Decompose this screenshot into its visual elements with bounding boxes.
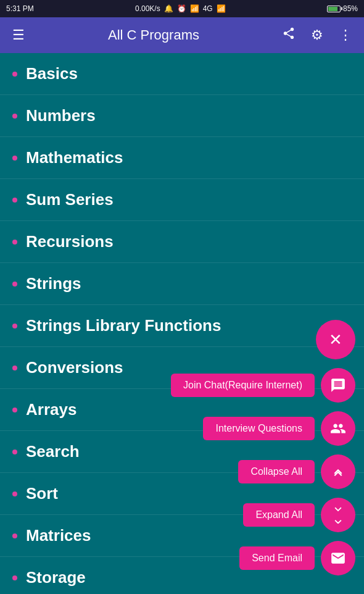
fab-row-expand: Expand All [243,498,355,532]
menu-item-text: Matrices [26,526,91,545]
status-time: 5:31 PM [6,4,34,13]
menu-item-text: Basics [26,64,78,83]
app-bar: ☰ All C Programs ⚙ ⋮ [0,17,364,53]
menu-bullet [12,282,17,287]
battery-icon [327,6,341,12]
interview-questions-button[interactable] [321,411,355,446]
menu-item-text: Mathematics [26,148,123,167]
fab-row-email: Send Email [239,541,355,575]
interview-questions-label[interactable]: Interview Questions [203,417,315,440]
menu-item[interactable]: Numbers [0,95,364,137]
menu-item-text: Sum Series [26,190,114,209]
fab-row-interview: Interview Questions [203,411,355,446]
menu-bullet [12,575,17,580]
settings-icon[interactable]: ⚙ [307,27,327,43]
menu-item-text: Sort [26,484,58,503]
menu-item-text: Arrays [26,400,77,419]
menu-bullet [12,198,17,203]
expand-all-button[interactable] [321,498,355,532]
alarm-icon: ⏰ [177,4,186,13]
expand-all-label[interactable]: Expand All [243,503,315,527]
signal2-icon: 📶 [217,4,226,13]
collapse-all-label[interactable]: Collapse All [238,460,315,483]
menu-item-text: Recursions [26,232,114,251]
battery-percent: 85% [343,4,358,13]
menu-item-text: Search [26,442,80,461]
menu-item[interactable]: Mathematics [0,137,364,179]
menu-item[interactable]: Basics [0,53,364,95]
join-chat-label[interactable]: Join Chat(Require Internet) [171,374,315,397]
menu-bullet [12,240,17,245]
menu-bullet [12,324,17,328]
send-email-button[interactable] [321,541,355,575]
menu-bullet [12,156,17,161]
menu-bullet [12,114,17,119]
fab-row-close: ✕ [316,320,355,359]
status-right: 85% [327,4,358,13]
menu-item-text: Conversions [26,358,123,377]
menu-bullet [12,492,17,496]
menu-item[interactable]: Strings [0,263,364,305]
menu-item-text: Strings [26,274,81,293]
bell-icon: 🔔 [164,4,173,13]
signal-icon: 📶 [190,4,199,13]
status-bar: 5:31 PM 0.00K/s 🔔 ⏰ 📶 4G 📶 85% [0,0,364,17]
menu-bullet [12,408,17,412]
join-chat-button[interactable] [321,368,355,403]
network-type: 4G [203,4,213,13]
menu-bullet [12,366,17,370]
status-center: 0.00K/s 🔔 ⏰ 📶 4G 📶 [135,4,226,13]
app-title: All C Programs [37,27,270,43]
menu-bullet [12,450,17,454]
fab-row-collapse: Collapse All [238,454,355,489]
fab-close-button[interactable]: ✕ [316,320,355,359]
more-icon[interactable]: ⋮ [336,27,355,43]
menu-item-text: Numbers [26,106,96,125]
share-icon[interactable] [279,27,299,44]
menu-bullet [12,72,17,77]
menu-icon[interactable]: ☰ [9,27,28,43]
menu-item[interactable]: Recursions [0,221,364,263]
fab-container: ✕ Join Chat(Require Internet) Interview … [171,320,355,575]
menu-bullet [12,533,17,538]
collapse-all-button[interactable] [321,454,355,489]
menu-item-text: Storage [26,568,86,587]
time-display: 5:31 PM [6,4,34,13]
fab-row-joinchat: Join Chat(Require Internet) [171,368,355,403]
network-speed: 0.00K/s [135,4,160,13]
send-email-label[interactable]: Send Email [239,546,315,570]
menu-item[interactable]: Sum Series [0,179,364,221]
